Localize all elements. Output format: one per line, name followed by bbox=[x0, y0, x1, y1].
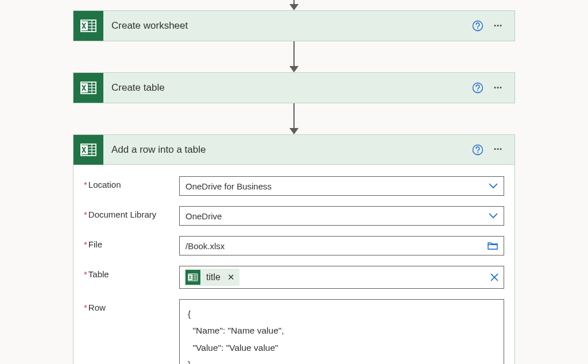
excel-icon bbox=[74, 11, 103, 41]
help-icon[interactable] bbox=[470, 80, 486, 96]
flow-arrow bbox=[289, 0, 299, 10]
file-label: *File bbox=[84, 236, 179, 249]
more-menu-icon[interactable]: ··· bbox=[489, 18, 506, 34]
dynamic-content-token[interactable]: title ✕ bbox=[184, 269, 239, 286]
excel-icon bbox=[185, 270, 200, 285]
step-title: Add a row into a table bbox=[103, 144, 470, 156]
library-select[interactable]: OneDrive bbox=[179, 206, 504, 226]
flow-arrow bbox=[289, 103, 299, 134]
help-icon[interactable] bbox=[470, 18, 486, 34]
step-title: Create table bbox=[103, 82, 470, 94]
more-menu-icon[interactable]: ··· bbox=[489, 142, 506, 158]
table-input[interactable]: title ✕ bbox=[179, 266, 504, 289]
step-create-worksheet[interactable]: Create worksheet ··· bbox=[73, 10, 515, 41]
excel-icon bbox=[74, 135, 103, 165]
file-input[interactable]: /Book.xlsx bbox=[179, 236, 504, 255]
folder-icon[interactable] bbox=[488, 241, 498, 250]
help-icon[interactable] bbox=[470, 142, 486, 158]
step-title: Create worksheet bbox=[103, 20, 470, 32]
step-create-table[interactable]: Create table ··· bbox=[73, 72, 515, 103]
remove-token-icon[interactable]: ✕ bbox=[224, 272, 238, 282]
step-header[interactable]: Add a row into a table ··· bbox=[74, 135, 514, 165]
step-add-row: Add a row into a table ··· *Location One… bbox=[73, 134, 515, 364]
location-label: *Location bbox=[84, 176, 179, 189]
row-label: *Row bbox=[84, 299, 179, 312]
clear-icon[interactable] bbox=[490, 273, 499, 282]
chevron-down-icon bbox=[489, 213, 498, 219]
library-label: *Document Library bbox=[84, 206, 179, 219]
location-select[interactable]: OneDrive for Business bbox=[179, 176, 504, 196]
flow-arrow bbox=[289, 41, 299, 72]
table-label: *Table bbox=[84, 266, 179, 279]
chevron-down-icon bbox=[489, 183, 498, 189]
row-textarea[interactable]: { "Name": "Name value", "Value": "Value … bbox=[179, 299, 504, 364]
excel-icon bbox=[74, 73, 103, 103]
more-menu-icon[interactable]: ··· bbox=[489, 80, 506, 96]
